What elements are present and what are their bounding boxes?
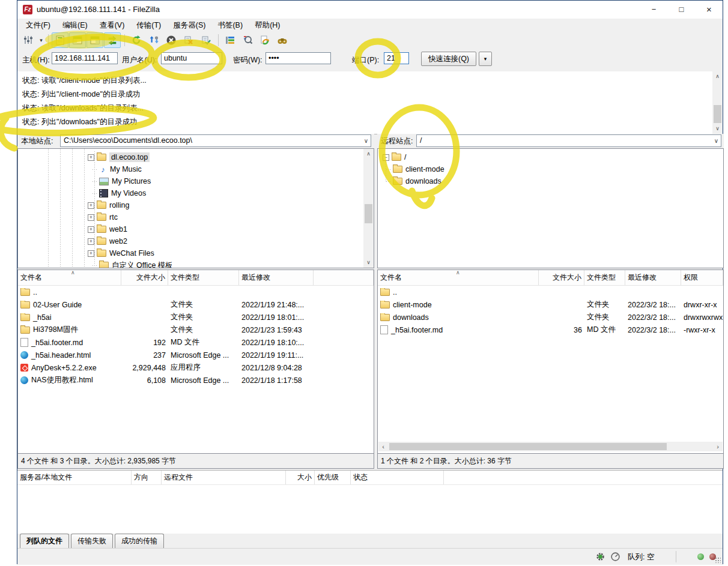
column-header-permissions[interactable]: 权限 bbox=[681, 270, 723, 285]
file-row[interactable]: downloads 文件夹 2022/3/2 18:... drwxrwxrwx bbox=[378, 311, 723, 324]
expand-icon[interactable]: + bbox=[88, 154, 94, 161]
username-input[interactable] bbox=[161, 52, 222, 64]
toggle-local-tree-button[interactable] bbox=[69, 32, 86, 48]
menu-edit[interactable]: 编辑(E) bbox=[56, 19, 94, 32]
synchronized-browsing-button[interactable] bbox=[256, 32, 273, 48]
speed-limit-gauge-icon[interactable] bbox=[610, 552, 620, 564]
menu-file[interactable]: 文件(F) bbox=[20, 19, 56, 32]
maximize-button[interactable]: □ bbox=[668, 1, 695, 19]
log-scrollbar[interactable]: ∧ ∨ bbox=[712, 71, 723, 134]
expand-icon[interactable]: + bbox=[88, 238, 94, 245]
process-queue-button[interactable] bbox=[145, 32, 162, 48]
host-input[interactable] bbox=[52, 52, 118, 64]
column-header-modified[interactable]: 最近修改 bbox=[239, 270, 314, 285]
tree-item-downloads[interactable]: downloads bbox=[378, 175, 723, 187]
scroll-left-icon[interactable]: ‹ bbox=[378, 442, 388, 451]
find-files-button[interactable] bbox=[274, 32, 291, 48]
expand-icon[interactable]: + bbox=[88, 226, 94, 233]
tree-item-rolling[interactable]: + rolling bbox=[18, 199, 374, 211]
tree-item-my-pictures[interactable]: My Pictures bbox=[18, 175, 374, 187]
refresh-button[interactable] bbox=[128, 32, 145, 48]
column-header-filename[interactable]: 文件名 bbox=[18, 270, 121, 285]
tree-item-client-mode[interactable]: client-mode bbox=[378, 163, 723, 175]
queue-status-text: 队列: 空 bbox=[628, 552, 654, 562]
toggle-remote-tree-button[interactable] bbox=[86, 32, 103, 48]
remote-site-combo[interactable]: / ∨ bbox=[416, 134, 721, 147]
compare-button[interactable] bbox=[239, 32, 256, 48]
column-header-direction[interactable]: 方向 bbox=[132, 471, 162, 484]
chevron-down-icon[interactable]: ∨ bbox=[714, 135, 718, 146]
port-input[interactable] bbox=[384, 52, 409, 64]
remote-list-hscrollbar[interactable]: ‹ › bbox=[378, 442, 723, 451]
tree-item-root[interactable]: − / bbox=[378, 151, 723, 163]
column-header-filetype[interactable]: 文件类型 bbox=[168, 270, 239, 285]
file-row-parent[interactable]: .. bbox=[378, 286, 723, 298]
file-row[interactable]: AnyDesk+5.2.2.exe 2,929,448 应用程序 2021/12… bbox=[18, 361, 374, 374]
expand-icon[interactable]: + bbox=[88, 202, 94, 209]
password-input[interactable] bbox=[265, 52, 331, 64]
column-header-filesize[interactable]: 文件大小 bbox=[539, 270, 584, 285]
tree-item-web2[interactable]: + web2 bbox=[18, 235, 374, 247]
file-row[interactable]: _h5ai.footer.md 192 MD 文件 2022/1/19 18:1… bbox=[18, 336, 374, 349]
scrollbar-thumb[interactable] bbox=[714, 105, 721, 123]
menu-help[interactable]: 帮助(H) bbox=[249, 19, 286, 32]
column-header-filesize[interactable]: 文件大小 bbox=[121, 270, 168, 285]
reconnect-button[interactable] bbox=[198, 32, 214, 48]
menu-transfer[interactable]: 传输(T) bbox=[130, 19, 167, 32]
menu-server[interactable]: 服务器(S) bbox=[167, 19, 211, 32]
quickconnect-dropdown[interactable]: ▾ bbox=[479, 52, 492, 66]
file-row[interactable]: client-mode 文件夹 2022/3/2 18:... drwxr-xr… bbox=[378, 298, 723, 311]
tree-item-wechat-files[interactable]: + WeChat Files bbox=[18, 247, 374, 259]
file-modified: 2022/1/23 1:59:43 bbox=[239, 326, 314, 334]
collapse-icon[interactable]: − bbox=[383, 154, 389, 161]
tree-item-rtc[interactable]: + rtc bbox=[18, 211, 374, 223]
file-row[interactable]: NAS使用教程.html 6,108 Microsoft Edge ... 20… bbox=[18, 374, 374, 387]
tree-item-custom-office-templates[interactable]: 自定义 Office 模板 bbox=[18, 259, 374, 268]
column-header-status[interactable]: 状态 bbox=[351, 471, 444, 484]
file-row-parent[interactable]: .. bbox=[18, 286, 374, 298]
column-header-remote-file[interactable]: 远程文件 bbox=[162, 471, 286, 484]
expand-icon[interactable]: + bbox=[88, 250, 94, 257]
file-modified: 2022/1/18 1:17:58 bbox=[239, 376, 314, 385]
column-header-priority[interactable]: 优先级 bbox=[315, 471, 351, 484]
column-header-filetype[interactable]: 文件类型 bbox=[584, 270, 625, 285]
tab-successful-transfers[interactable]: 成功的传输 bbox=[115, 534, 164, 548]
minimize-button[interactable]: − bbox=[640, 1, 667, 19]
site-manager-button[interactable] bbox=[20, 32, 37, 48]
menu-bookmarks[interactable]: 书签(B) bbox=[211, 19, 249, 32]
file-row[interactable]: _h5ai.footer.md 36 MD 文件 2022/3/2 18:...… bbox=[378, 324, 723, 336]
cancel-button[interactable] bbox=[163, 32, 180, 48]
tab-queued-files[interactable]: 列队的文件 bbox=[20, 534, 69, 548]
file-row[interactable]: _h5ai 文件夹 2022/1/19 18:01:... bbox=[18, 311, 374, 324]
menu-view[interactable]: 查看(V) bbox=[94, 19, 131, 32]
site-manager-dropdown[interactable]: ▾ bbox=[37, 33, 45, 47]
tree-item-label: 自定义 Office 模板 bbox=[112, 260, 173, 269]
scroll-up-icon[interactable]: ∧ bbox=[712, 71, 723, 82]
disconnect-button[interactable] bbox=[180, 32, 197, 48]
tree-item-web1[interactable]: + web1 bbox=[18, 223, 374, 235]
scrollbar-thumb[interactable] bbox=[389, 443, 667, 450]
tree-item-my-music[interactable]: ♪ My Music bbox=[18, 163, 374, 175]
column-header-modified[interactable]: 最近修改 bbox=[625, 270, 681, 285]
expand-icon[interactable]: + bbox=[88, 214, 94, 221]
tab-failed-transfers[interactable]: 传输失败 bbox=[71, 534, 113, 548]
column-header-server-local-file[interactable]: 服务器/本地文件 bbox=[17, 471, 132, 484]
file-row[interactable]: 02-User Guide 文件夹 2022/1/19 21:48:... bbox=[18, 298, 374, 311]
quickconnect-button[interactable]: 快速连接(Q) bbox=[421, 52, 476, 66]
local-site-combo[interactable]: C:\Users\ecoo\Documents\dl.ecoo.top\ ∨ bbox=[60, 134, 371, 147]
column-header-size[interactable]: 大小 bbox=[286, 471, 315, 484]
scroll-down-icon[interactable]: ∨ bbox=[712, 124, 723, 134]
filter-button[interactable] bbox=[222, 32, 238, 48]
chevron-down-icon[interactable]: ∨ bbox=[364, 135, 368, 146]
close-button[interactable]: × bbox=[696, 1, 723, 19]
file-row[interactable]: _h5ai.header.html 237 Microsoft Edge ...… bbox=[18, 349, 374, 361]
toggle-message-log-button[interactable] bbox=[52, 32, 68, 48]
scroll-right-icon[interactable]: › bbox=[713, 442, 723, 451]
resize-grip[interactable] bbox=[715, 557, 721, 563]
tree-item-dl-ecoo-top[interactable]: + dl.ecoo.top bbox=[18, 151, 374, 163]
tree-item-my-videos[interactable]: My Videos bbox=[18, 187, 374, 199]
toggle-transfer-queue-button[interactable] bbox=[104, 32, 121, 48]
remote-site-label: 远程站点: bbox=[381, 136, 413, 146]
file-row[interactable]: Hi3798M固件 文件夹 2022/1/23 1:59:43 bbox=[18, 324, 374, 336]
auto-transfer-gear-icon[interactable] bbox=[595, 552, 605, 564]
